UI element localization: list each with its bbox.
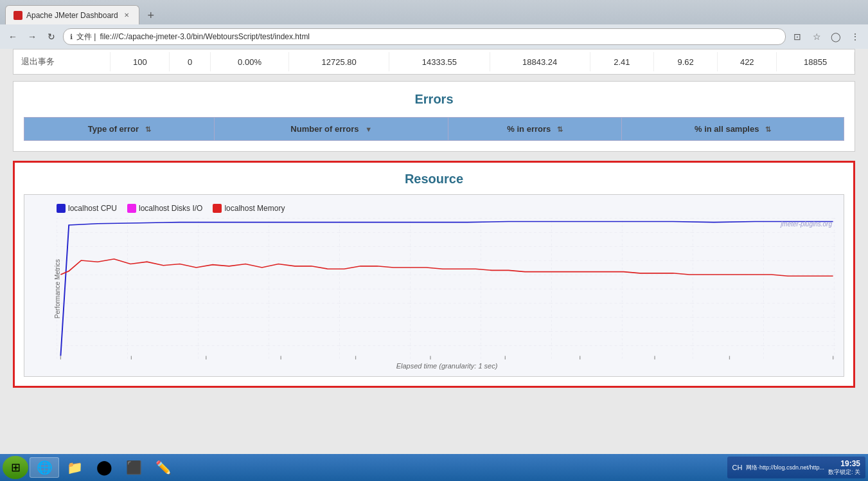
disks-color-box (127, 204, 136, 213)
col-pct-in-errors[interactable]: % in errors ⇅ (448, 118, 622, 141)
taskbar-explorer[interactable]: 📁 (60, 457, 89, 478)
col-number-label: Number of errors (290, 124, 359, 134)
close-tab-icon[interactable]: ✕ (122, 11, 131, 20)
page-inner: 退出事务 100 0 0.00% 12725.80 14333.55 18843… (0, 49, 868, 407)
taskbar-ie[interactable]: 🌐 (30, 457, 59, 478)
col-val-7: 2.41 (590, 52, 653, 71)
col-val-6: 18843.24 (490, 52, 590, 71)
sort-icon-number[interactable]: ▼ (365, 125, 372, 133)
tray-lang: CH (732, 464, 743, 471)
col-type-label: Type of error (88, 124, 139, 134)
col-type-of-error[interactable]: Type of error ⇅ (24, 118, 215, 141)
col-val-10: 18855 (777, 52, 855, 71)
cmd-icon: ⬛ (125, 458, 143, 476)
browser-chrome: Apache JMeter Dashboard ✕ + ← → ↻ ℹ 文件 |… (0, 0, 868, 49)
address-bar-row: ← → ↻ ℹ 文件 | file:///C:/apache-jmeter-3.… (0, 24, 868, 49)
address-url: file:///C:/apache-jmeter-3.0/bin/Webtour… (100, 32, 310, 41)
errors-header-row: Type of error ⇅ Number of errors ▼ % in … (24, 118, 844, 141)
resource-title: Resource (24, 172, 844, 186)
cpu-label: localhost CPU (68, 204, 117, 213)
legend-cpu: localhost CPU (57, 204, 117, 213)
tab-favicon (13, 11, 22, 20)
col-pct-errors-label: % in errors (507, 124, 551, 134)
tab-bar: Apache JMeter Dashboard ✕ + (0, 0, 868, 24)
col-number-of-errors[interactable]: Number of errors ▼ (215, 118, 448, 141)
col-val-8: 9.62 (654, 52, 718, 71)
errors-title: Errors (24, 92, 844, 107)
top-table-partial: 退出事务 100 0 0.00% 12725.80 14333.55 18843… (13, 49, 855, 75)
y-axis-label: Performance Metrics (54, 259, 61, 318)
tray-numlock: 数字锁定: 关 (828, 468, 860, 476)
chrome-icon: ⬤ (95, 458, 113, 476)
new-tab-button[interactable]: + (142, 6, 160, 24)
taskbar-tray: CH 网络·http://blog.csdn.net/http... 19:35… (727, 457, 865, 478)
page-content: 退出事务 100 0 0.00% 12725.80 14333.55 18843… (0, 49, 868, 454)
tray-time: 19:35 (840, 459, 860, 468)
col-val-5: 14333.55 (389, 52, 490, 71)
legend-memory: localhost Memory (213, 204, 285, 213)
back-button[interactable]: ← (5, 29, 21, 44)
chart-svg: 0 10 20 30 40 50 60 70 80 90 100 (57, 218, 837, 359)
taskbar-chrome[interactable]: ⬤ (90, 457, 118, 478)
legend-disks: localhost Disks I/O (127, 204, 202, 213)
sort-icon-pct-samples[interactable]: ⇅ (765, 125, 771, 133)
errors-section: Errors Type of error ⇅ Number of errors … (13, 81, 855, 152)
table-row: 退出事务 100 0 0.00% 12725.80 14333.55 18843… (13, 52, 855, 71)
col-val-1: 100 (111, 52, 170, 71)
disks-label: localhost Disks I/O (139, 204, 202, 213)
resource-section: Resource localhost CPU localhost Disks I… (13, 161, 855, 388)
chart-area: jmeter-plugins.org Performance Metrics 0 (57, 218, 837, 359)
ie-icon: 🌐 (35, 458, 53, 476)
taskbar-cmd[interactable]: ⬛ (120, 457, 148, 478)
editor-icon: ✏️ (154, 458, 172, 476)
col-val-9: 422 (718, 52, 777, 71)
row-label: 退出事务 (13, 52, 111, 71)
profile-icon[interactable]: ◯ (828, 29, 844, 44)
x-axis-label: Elapsed time (granularity: 1 sec) (57, 359, 837, 370)
col-val-3: 0.00% (211, 52, 289, 71)
errors-table: Type of error ⇅ Number of errors ▼ % in … (24, 117, 844, 141)
address-prefix: 文件 | (76, 32, 96, 42)
taskbar: ⊞ 🌐 📁 ⬤ ⬛ ✏️ CH 网络·http://blog.csdn.net/… (0, 454, 868, 481)
tray-url: 网络·http://blog.csdn.net/http... (746, 464, 824, 472)
sort-icon-pct-errors[interactable]: ⇅ (557, 125, 563, 133)
forward-button[interactable]: → (24, 29, 40, 44)
memory-color-box (213, 204, 222, 213)
chart-container: localhost CPU localhost Disks I/O localh… (24, 194, 844, 377)
address-lock-icon: ℹ (70, 33, 73, 41)
col-pct-in-samples[interactable]: % in all samples ⇅ (622, 118, 844, 141)
taskbar-editor[interactable]: ✏️ (149, 457, 177, 478)
browser-actions: ⊡ ☆ ◯ ⋮ (790, 29, 863, 44)
col-pct-samples-label: % in all samples (695, 124, 759, 134)
explorer-icon: 📁 (66, 458, 84, 476)
refresh-button[interactable]: ↻ (44, 29, 59, 44)
bookmark-icon[interactable]: ☆ (809, 29, 824, 44)
cpu-color-box (57, 204, 66, 213)
memory-label: localhost Memory (224, 204, 285, 213)
col-val-4: 12725.80 (289, 52, 389, 71)
col-val-2: 0 (170, 52, 211, 71)
cast-icon[interactable]: ⊡ (790, 29, 805, 44)
address-bar[interactable]: ℹ 文件 | file:///C:/apache-jmeter-3.0/bin/… (63, 28, 786, 45)
chart-legend: localhost CPU localhost Disks I/O localh… (24, 201, 837, 218)
sort-icon-type[interactable]: ⇅ (145, 125, 151, 133)
start-button[interactable]: ⊞ (3, 456, 28, 479)
active-tab[interactable]: Apache JMeter Dashboard ✕ (5, 5, 139, 24)
svg-rect-1 (57, 218, 837, 359)
tab-title: Apache JMeter Dashboard (26, 11, 118, 20)
menu-icon[interactable]: ⋮ (847, 29, 863, 44)
watermark: jmeter-plugins.org (781, 221, 832, 228)
